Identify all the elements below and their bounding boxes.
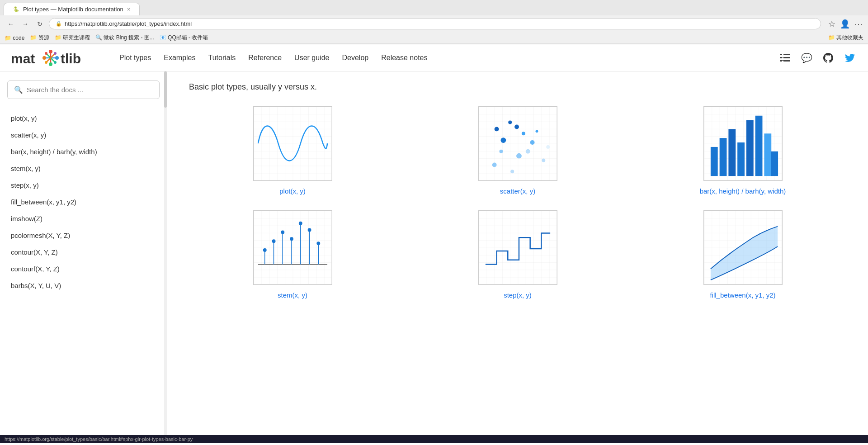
nav-release-notes[interactable]: Release notes <box>381 52 427 64</box>
nav-chat-icon[interactable]: 💬 <box>799 51 814 65</box>
plot-thumb-bar <box>703 106 783 181</box>
svg-point-7 <box>55 56 59 60</box>
svg-point-13 <box>45 52 47 55</box>
sidebar-item-imshow[interactable]: imshow(Z) <box>7 210 160 227</box>
plot-thumb-stem <box>253 210 332 285</box>
plot-item-line[interactable]: plot(x, y) <box>189 106 396 196</box>
plot-label-line: plot(x, y) <box>279 186 306 196</box>
tab-title: Plot types — Matplotlib documentation <box>23 6 123 13</box>
browser-profile-icon[interactable]: 👤 <box>840 19 850 29</box>
forward-button[interactable]: → <box>20 19 31 29</box>
bookmark-qq[interactable]: 📧 QQ邮箱 - 收件箱 <box>160 34 208 42</box>
svg-point-31 <box>499 150 503 153</box>
sidebar-nav-items: plot(x, y) scatter(x, y) bar(x, height) … <box>7 110 160 294</box>
bookmark-other[interactable]: 📁 其他收藏夹 <box>828 34 863 42</box>
svg-point-65 <box>316 241 320 245</box>
plot-item-stem[interactable]: stem(x, y) <box>189 210 396 300</box>
svg-text:tlib: tlib <box>61 51 81 66</box>
page-wrapper: mat <box>0 44 868 435</box>
refresh-button[interactable]: ↻ <box>34 19 45 29</box>
nav-links: Plot types Examples Tutorials Reference … <box>119 52 778 64</box>
svg-rect-20 <box>782 61 783 62</box>
svg-rect-17 <box>780 60 790 62</box>
svg-point-25 <box>494 127 499 131</box>
sidebar-item-barbs[interactable]: barbs(X, Y, U, V) <box>7 277 160 294</box>
nav-bars-icon[interactable] <box>778 51 792 65</box>
back-button[interactable]: ← <box>5 19 16 29</box>
plot-item-scatter[interactable]: scatter(x, y) <box>414 106 621 196</box>
main-content: 🔍 plot(x, y) scatter(x, y) bar(x, height… <box>0 71 868 435</box>
plot-item-fill-between[interactable]: fill_between(x, y1, y2) <box>639 210 846 300</box>
browser-chrome: 🐍 Plot types — Matplotlib documentation … <box>0 0 868 44</box>
logo[interactable]: mat <box>11 48 101 68</box>
bookmark-bing[interactable]: 🔍 微软 Bing 搜索 - 图... <box>95 34 154 42</box>
nav-github-icon[interactable] <box>821 51 835 65</box>
sidebar-item-plot[interactable]: plot(x, y) <box>7 110 160 127</box>
search-box[interactable]: 🔍 <box>7 80 160 99</box>
nav-reference[interactable]: Reference <box>248 52 282 64</box>
svg-point-11 <box>54 61 57 64</box>
content-area: Basic plot types, usually y versus x. <box>167 71 868 435</box>
section-intro: Basic plot types, usually y versus x. <box>189 82 846 92</box>
svg-point-12 <box>45 61 47 64</box>
sidebar-item-bar[interactable]: bar(x, height) / barh(y, width) <box>7 143 160 160</box>
sidebar-item-stem[interactable]: stem(x, y) <box>7 160 160 177</box>
svg-rect-19 <box>782 57 783 59</box>
nav-plot-types[interactable]: Plot types <box>119 52 151 64</box>
svg-rect-45 <box>746 120 753 176</box>
svg-point-33 <box>535 130 538 133</box>
search-icon: 🔍 <box>14 85 23 94</box>
nav-examples[interactable]: Examples <box>164 52 195 64</box>
svg-point-38 <box>546 145 550 149</box>
svg-point-36 <box>492 162 496 167</box>
svg-rect-44 <box>737 142 745 176</box>
svg-rect-48 <box>771 151 778 176</box>
bookmarks-bar: 📁 code 📁 资源 📁 研究生课程 🔍 微软 Bing 搜索 - 图... … <box>0 32 868 44</box>
sidebar-item-fill-between[interactable]: fill_between(x, y1, y2) <box>7 194 160 210</box>
bookmark-resources[interactable]: 📁 资源 <box>30 34 49 42</box>
plot-label-bar: bar(x, height) / barh(y, width) <box>700 186 786 196</box>
plot-item-bar[interactable]: bar(x, height) / barh(y, width) <box>639 106 846 196</box>
plot-item-step[interactable]: step(x, y) <box>414 210 621 300</box>
nav-twitter-icon[interactable] <box>843 51 857 65</box>
lock-icon: 🔒 <box>56 21 62 27</box>
bookmark-courses[interactable]: 📁 研究生课程 <box>55 34 90 42</box>
sidebar-scrollbar[interactable] <box>164 71 167 435</box>
svg-rect-18 <box>782 54 783 56</box>
svg-point-32 <box>516 153 522 159</box>
svg-rect-47 <box>764 133 771 176</box>
sidebar-item-contourf[interactable]: contourf(X, Y, Z) <box>7 260 160 277</box>
svg-point-6 <box>49 50 52 53</box>
browser-menu-icon[interactable]: ☆ <box>828 19 835 29</box>
plot-thumb-line <box>253 106 332 181</box>
svg-point-10 <box>54 52 57 55</box>
plot-label-fill-between: fill_between(x, y1, y2) <box>710 290 775 300</box>
browser-controls: ← → ↻ 🔒 https://matplotlib.org/stable/pl… <box>0 15 868 32</box>
svg-point-9 <box>42 56 46 60</box>
plot-grid: plot(x, y) <box>189 106 846 300</box>
svg-point-59 <box>290 237 293 241</box>
sidebar: 🔍 plot(x, y) scatter(x, y) bar(x, height… <box>0 71 167 435</box>
sidebar-item-step[interactable]: step(x, y) <box>7 177 160 194</box>
plot-label-stem: stem(x, y) <box>278 290 307 300</box>
status-url: https://matplotlib.org/stable/plot_types… <box>5 436 193 442</box>
nav-user-guide[interactable]: User guide <box>294 52 329 64</box>
browser-more-icon[interactable]: ⋯ <box>854 19 863 29</box>
tab-close-icon[interactable]: × <box>127 6 131 13</box>
active-tab[interactable]: 🐍 Plot types — Matplotlib documentation … <box>4 3 140 15</box>
nav-develop[interactable]: Develop <box>342 52 368 64</box>
plot-thumb-step <box>478 210 557 285</box>
sidebar-item-scatter[interactable]: scatter(x, y) <box>7 127 160 143</box>
plot-thumb-fill-between <box>703 210 783 285</box>
bookmark-code[interactable]: 📁 code <box>5 35 24 41</box>
top-nav: mat <box>0 44 868 71</box>
svg-rect-50 <box>254 211 332 284</box>
sidebar-item-pcolormesh[interactable]: pcolormesh(X, Y, Z) <box>7 227 160 244</box>
url-bar[interactable]: 🔒 https://matplotlib.org/stable/plot_typ… <box>49 18 821 29</box>
svg-rect-43 <box>728 129 736 176</box>
search-input[interactable] <box>27 86 153 94</box>
sidebar-item-contour[interactable]: contour(X, Y, Z) <box>7 244 160 260</box>
nav-tutorials[interactable]: Tutorials <box>208 52 236 64</box>
plot-label-scatter: scatter(x, y) <box>500 186 535 196</box>
svg-point-55 <box>272 239 275 243</box>
